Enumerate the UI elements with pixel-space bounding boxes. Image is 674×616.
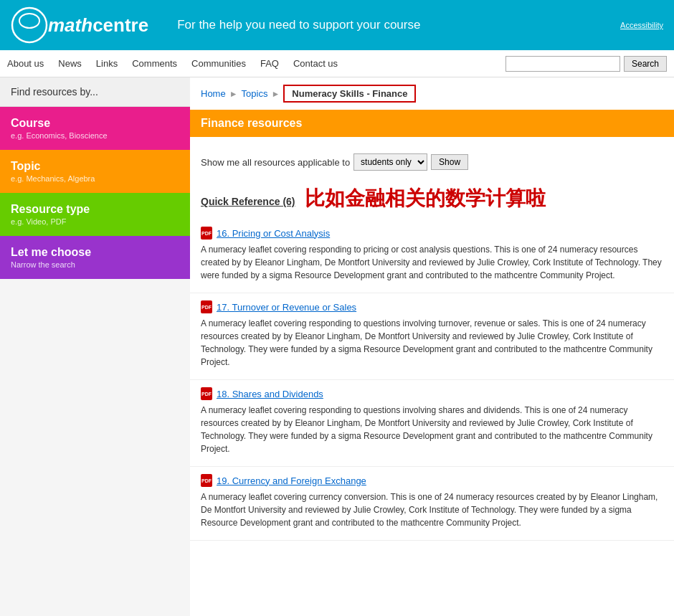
nav-faq[interactable]: FAQ	[260, 58, 279, 69]
resource-link-18[interactable]: 18. Shares and Dividends	[217, 389, 323, 399]
breadcrumb-sep-1: ►	[229, 89, 238, 99]
sidebar-item-topic[interactable]: Topic e.g. Mechanics, Algebra	[0, 150, 190, 193]
sidebar: Find resources by... Course e.g. Economi…	[0, 77, 190, 616]
resource-title-row: PDF 17. Turnover or Revenue or Sales	[201, 300, 663, 313]
sidebar-choose-label: Let me choose	[11, 246, 179, 259]
sidebar-item-let-me-choose[interactable]: Let me choose Narrow the search	[0, 236, 190, 279]
breadcrumb-home[interactable]: Home	[201, 88, 226, 99]
logo: mathcentre	[11, 6, 148, 44]
nav-links: About us News Links Comments Communities…	[7, 58, 506, 69]
breadcrumb-topics[interactable]: Topics	[242, 88, 268, 99]
sidebar-topic-label: Topic	[11, 160, 179, 173]
pdf-icon: PDF	[201, 300, 212, 313]
watermark-text: 比如金融相关的数学计算啦	[305, 187, 546, 209]
resource-title-row: PDF 16. Pricing or Cost Analysis	[201, 227, 663, 240]
resource-desc-19: A numeracy leaflet covering currency con…	[201, 491, 663, 529]
site-tagline: For the help you need to support your co…	[177, 18, 420, 32]
filter-select[interactable]: students only all users staff only	[353, 153, 427, 171]
logo-text: mathcentre	[48, 14, 148, 37]
resource-title-row: PDF 19. Currency and Foreign Exchange	[201, 474, 663, 487]
resource-desc-17: A numeracy leaflet covering responding t…	[201, 317, 663, 369]
pdf-icon: PDF	[201, 474, 212, 487]
main-content: Find resources by... Course e.g. Economi…	[0, 77, 674, 616]
resource-link-16[interactable]: 16. Pricing or Cost Analysis	[217, 228, 330, 239]
sidebar-item-resource-type[interactable]: Resource type e.g. Video, PDF	[0, 193, 190, 236]
resource-item: PDF 19. Currency and Foreign Exchange A …	[190, 467, 674, 541]
nav-about[interactable]: About us	[7, 58, 44, 69]
page-title: Finance resources	[190, 110, 674, 137]
quick-reference-section: Quick Reference (6) 比如金融相关的数学计算啦	[190, 181, 674, 219]
breadcrumb: Home ► Topics ► Numeracy Skills - Financ…	[190, 77, 674, 110]
resource-desc-16: A numeracy leaflet covering responding t…	[201, 243, 663, 282]
resource-title-row: PDF 18. Shares and Dividends	[201, 387, 663, 400]
resource-item: PDF 18. Shares and Dividends A numeracy …	[190, 380, 674, 467]
sidebar-choose-sublabel: Narrow the search	[11, 260, 179, 269]
sidebar-resource-sublabel: e.g. Video, PDF	[11, 217, 179, 226]
sidebar-topic-sublabel: e.g. Mechanics, Algebra	[11, 174, 179, 183]
resource-link-17[interactable]: 17. Turnover or Revenue or Sales	[217, 302, 356, 313]
filter-row: Show me all resources applicable to stud…	[190, 148, 674, 181]
accessibility-link[interactable]: Accessibility	[620, 21, 663, 29]
sidebar-resource-label: Resource type	[11, 203, 179, 216]
sidebar-title: Find resources by...	[0, 77, 190, 107]
filter-prefix-text: Show me all resources applicable to	[201, 157, 350, 168]
nav-news[interactable]: News	[58, 58, 82, 69]
search-button[interactable]: Search	[624, 56, 667, 72]
resource-item: PDF 17. Turnover or Revenue or Sales A n…	[190, 293, 674, 380]
search-area: Search	[506, 56, 667, 72]
search-input[interactable]	[506, 56, 620, 72]
pdf-icon: PDF	[201, 387, 212, 400]
quick-ref-title: Quick Reference (6)	[201, 196, 295, 207]
breadcrumb-current: Numeracy Skills - Finance	[283, 85, 416, 103]
resource-link-19[interactable]: 19. Currency and Foreign Exchange	[217, 475, 366, 486]
sidebar-course-sublabel: e.g. Economics, Bioscience	[11, 131, 179, 140]
nav-comments[interactable]: Comments	[132, 58, 177, 69]
nav-links[interactable]: Links	[96, 58, 118, 69]
show-button[interactable]: Show	[431, 154, 468, 170]
sidebar-course-label: Course	[11, 117, 179, 130]
resource-desc-18: A numeracy leaflet covering responding t…	[201, 404, 663, 455]
content-area: Home ► Topics ► Numeracy Skills - Financ…	[190, 77, 674, 616]
nav-communities[interactable]: Communities	[191, 58, 246, 69]
navigation-bar: About us News Links Comments Communities…	[0, 50, 674, 77]
logo-circle-icon	[11, 6, 48, 44]
breadcrumb-sep-2: ►	[271, 89, 280, 99]
resource-item: PDF 16. Pricing or Cost Analysis A numer…	[190, 219, 674, 293]
pdf-icon: PDF	[201, 227, 212, 240]
site-header: mathcentre For the help you need to supp…	[0, 0, 674, 50]
sidebar-item-course[interactable]: Course e.g. Economics, Bioscience	[0, 107, 190, 150]
nav-contact[interactable]: Contact us	[293, 58, 338, 69]
svg-point-1	[19, 14, 39, 28]
